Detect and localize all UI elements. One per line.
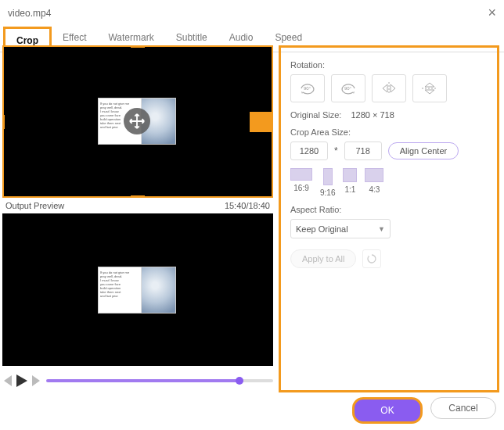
next-icon[interactable] [32, 375, 41, 386]
aspect-4-3[interactable]: 4:3 [365, 168, 383, 197]
aspect-1-1[interactable]: 1:1 [343, 168, 357, 197]
main-area: If you do not give mepray well, dead.I m… [0, 45, 504, 392]
file-title: video.mp4 [8, 8, 51, 19]
aspect-9-16[interactable]: 9:16 [320, 168, 335, 197]
reset-button[interactable] [362, 249, 381, 268]
seek-thumb[interactable] [236, 377, 243, 385]
original-size-label: Original Size: [290, 110, 341, 120]
prev-icon[interactable] [2, 375, 12, 386]
aspect-16-9[interactable]: 16:9 [290, 168, 312, 197]
ar-thumb-icon [365, 168, 383, 182]
close-icon[interactable]: × [488, 5, 496, 21]
rotation-label: Rotation: [290, 60, 488, 70]
window-header: video.mp4 × [0, 0, 504, 26]
play-icon[interactable] [16, 374, 27, 387]
rotate-cw-button[interactable]: 90° [290, 74, 325, 102]
move-icon[interactable] [124, 108, 150, 134]
crop-width-input[interactable] [290, 142, 328, 160]
ar-thumb-icon [290, 168, 312, 181]
frame-globe [141, 267, 175, 313]
left-panel: If you do not give mepray well, dead.I m… [2, 45, 273, 358]
playback-controls [2, 369, 273, 392]
ok-button[interactable]: OK [352, 397, 423, 424]
crop-preview[interactable]: If you do not give mepray well, dead.I m… [2, 45, 273, 198]
flip-horizontal-button[interactable] [372, 74, 406, 102]
video-frame[interactable]: If you do not give mepray well, dead.I m… [98, 98, 176, 145]
crop-area-size-label: Crop Area Size: [290, 127, 488, 137]
rotation-row: 90° 90° [290, 74, 488, 102]
original-size-value: 1280 × 718 [351, 110, 394, 120]
time-display: 15:40/18:40 [225, 201, 270, 210]
crop-handle-left[interactable] [2, 115, 5, 129]
rotate-ccw-button[interactable]: 90° [331, 74, 365, 102]
output-preview: If you do not give mepray well, dead.I m… [2, 213, 273, 366]
apply-row: Apply to All [290, 249, 488, 268]
original-size-row: Original Size: 1280 × 718 [290, 110, 488, 120]
svg-text:90°: 90° [344, 86, 352, 91]
output-video-frame: If you do not give mepray well, dead.I m… [98, 267, 176, 314]
ar-thumb-icon [323, 168, 333, 185]
crop-handle-top[interactable] [131, 45, 145, 48]
align-center-button[interactable]: Align Center [388, 142, 459, 159]
aspect-ratio-presets: 16:9 9:16 1:1 4:3 [290, 168, 488, 197]
cancel-button[interactable]: Cancel [430, 397, 496, 419]
flip-vertical-button[interactable] [412, 74, 447, 102]
aspect-select-value: Keep Original [296, 224, 348, 234]
svg-text:90°: 90° [304, 86, 311, 91]
ar-thumb-icon [343, 168, 357, 182]
crop-area-row: * Align Center [290, 142, 488, 160]
crop-handle-right[interactable] [250, 112, 273, 132]
apply-to-all-button[interactable]: Apply to All [290, 249, 356, 268]
multiply-symbol: * [334, 145, 338, 156]
frame-text-overlay: If you do not give mepray well, dead.I m… [99, 267, 141, 313]
preview-info-row: Output Preview 15:40/18:40 [2, 198, 273, 213]
aspect-ratio-label: Aspect Ratio: [290, 205, 488, 214]
output-preview-label: Output Preview [5, 201, 64, 210]
footer-buttons: OK Cancel [352, 397, 496, 424]
crop-settings-panel: Rotation: 90° 90° Original Size: 1280 × … [279, 45, 499, 392]
crop-handle-bottom[interactable] [131, 195, 145, 198]
crop-height-input[interactable] [344, 142, 382, 160]
seek-slider[interactable] [46, 379, 273, 382]
aspect-ratio-select[interactable]: Keep Original ▼ [290, 219, 391, 238]
chevron-down-icon: ▼ [378, 225, 385, 233]
